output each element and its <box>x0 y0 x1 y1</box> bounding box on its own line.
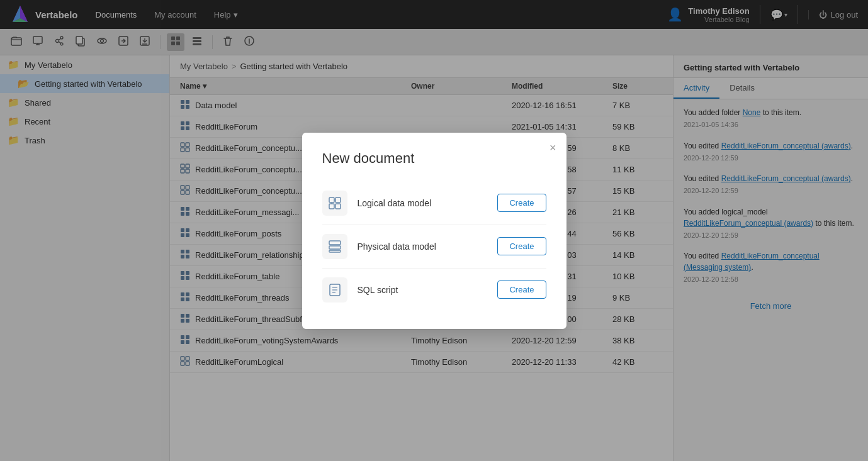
modal-option-2: SQL script Create <box>322 269 546 311</box>
modal-overlay[interactable]: New document × Logical data model Create… <box>0 0 868 461</box>
svg-rect-83 <box>329 250 341 252</box>
svg-rect-75 <box>329 197 334 203</box>
modal-option-label: Logical data model <box>358 198 432 208</box>
new-document-modal: New document × Logical data model Create… <box>302 133 566 329</box>
modal-title: New document <box>322 150 546 167</box>
modal-create-btn-2[interactable]: Create <box>497 280 546 299</box>
modal-option-left: SQL script <box>322 277 398 303</box>
modal-option-label: SQL script <box>358 285 398 295</box>
logical-icon <box>322 191 347 216</box>
svg-rect-81 <box>329 241 341 245</box>
modal-create-btn-1[interactable]: Create <box>497 237 546 255</box>
modal-option-1: Physical data model Create <box>322 225 546 269</box>
svg-rect-82 <box>329 246 341 249</box>
modal-option-0: Logical data model Create <box>322 182 546 225</box>
svg-rect-78 <box>335 204 341 209</box>
svg-rect-76 <box>335 197 341 203</box>
modal-option-left: Logical data model <box>322 191 432 216</box>
modal-close-button[interactable]: × <box>550 142 556 155</box>
modal-option-left: Physical data model <box>322 234 436 259</box>
modal-option-label: Physical data model <box>358 242 436 252</box>
modal-options: Logical data model Create Physical data … <box>322 182 546 311</box>
modal-create-btn-0[interactable]: Create <box>497 194 546 212</box>
svg-rect-77 <box>329 204 334 209</box>
physical-icon <box>322 234 347 259</box>
sql-icon <box>322 277 347 303</box>
